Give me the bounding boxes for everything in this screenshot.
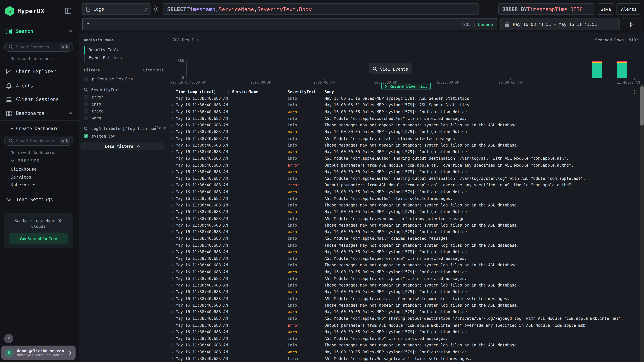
date-range-picker[interactable]: May 16 08:41:51 - May 16 11:41:51 [500,18,620,30]
get-started-button[interactable]: Get Started for Free [9,233,68,244]
filter-option-trace[interactable]: trace [84,108,104,114]
log-table-row[interactable]: ›May 16 11:38:40.683 AMwarnMay 16 00:30:… [170,289,644,296]
log-table-row[interactable]: ›May 16 11:38:40.683 AMinfoASL Module "c… [170,276,644,282]
log-table-row[interactable]: ›May 16 11:38:40.683 AMinfoMay 16 00:06:… [170,102,644,109]
log-table-row[interactable]: ›May 16 11:38:40.683 AMerrorOutput param… [170,182,644,189]
help-button[interactable]: ? [4,334,13,343]
log-table-row[interactable]: ›May 16 11:38:40.683 AMinfoASL Module "c… [170,336,644,343]
log-table-row[interactable]: ›May 16 11:38:40.683 AMwarnMay 16 00:30:… [170,249,644,256]
sql-toggle[interactable]: SQL [463,22,470,26]
column-separator[interactable] [321,90,321,95]
sidebar-item-alerts[interactable]: Alerts [0,81,79,91]
filter-option-system-log[interactable]: ✓ system.log [84,133,115,139]
log-table-row[interactable]: ›May 16 11:38:40.683 AMinfoASL Module "c… [170,136,644,142]
log-table-row[interactable]: ›May 16 11:38:40.683 AMinfoThose message… [170,302,644,309]
chevron-up-icon[interactable] [68,29,72,33]
log-table-row[interactable]: ›May 16 11:38:40.683 AMinfoASL Module "c… [170,316,644,323]
log-table-row[interactable]: ›May 16 11:38:40.683 AMinfoThose message… [170,262,644,269]
filter-option-error[interactable]: error [84,94,104,100]
log-table-row[interactable]: ›May 16 11:38:40.683 AMerrorOutput param… [170,323,644,329]
log-table-row[interactable]: ›May 16 11:38:40.683 AMinfoASL Module "c… [170,296,644,303]
less-filters-button[interactable]: Less filters [80,142,164,150]
saved-searches-input[interactable]: Saved Searches ⌘ K [4,42,73,52]
log-table-row[interactable]: ›May 16 11:38:40.683 AMerrorOutput param… [170,162,644,169]
log-table-row[interactable]: ›May 16 11:38:40.683 AMinfoThose message… [170,122,644,129]
log-table-row[interactable]: ›May 16 11:38:40.683 AMwarnMay 16 00:30:… [170,329,644,336]
sidebar-item-team-settings[interactable]: Team Settings [0,195,79,204]
log-table-row[interactable]: ›May 16 11:38:40.683 AMinfoASL Module "c… [170,236,644,242]
histogram-bar[interactable] [618,61,627,78]
filter-option-info[interactable]: info [84,101,101,107]
source-settings-gear-icon[interactable] [152,5,160,13]
log-table-row[interactable]: ›May 16 11:38:40.683 AMwarnMay 16 00:30:… [170,269,644,276]
checkbox-unchecked[interactable] [84,109,88,113]
column-header-body[interactable]: Body [324,89,334,94]
log-table-row[interactable]: ›May 16 11:38:40.683 AMinfoASL Module "c… [170,156,644,162]
preset-clickhouse[interactable]: Clickhouse [11,167,37,172]
histogram-chart[interactable]: 360 0 May 16 8:40:00 AM 9:10:00 AM 9:35:… [170,45,644,75]
log-table-row[interactable]: ›May 16 11:38:40.683 AMwarnMay 16 00:30:… [170,169,644,176]
log-table-row[interactable]: ›May 16 11:38:40.683 AMinfoASL Module "c… [170,216,644,222]
resume-live-tail-button[interactable]: Resume Live Tail [381,83,431,89]
mode-event-patterns[interactable]: Event Patterns [84,54,164,61]
lucene-toggle[interactable]: Lucene [478,22,493,26]
log-table-row[interactable]: ›May 16 11:38:40.683 AMtraceASL Module "… [170,356,644,362]
log-table-row[interactable]: ›May 16 11:38:40.683 AMinfoASL Module "c… [170,196,644,202]
chevron-up-icon[interactable] [68,111,72,115]
log-table-row[interactable]: ›May 16 11:38:40.683 AMinfoASL Module "c… [170,116,644,122]
search-query-input[interactable]: * SQL | Lucene [82,18,497,30]
log-table-row[interactable]: ›May 16 11:38:40.683 AMwarnMay 16 00:30:… [170,309,644,316]
log-table-row[interactable]: ›May 16 11:38:40.683 AMwarnMay 16 00:30:… [170,229,644,236]
sidebar-item-chart-explorer[interactable]: Chart Explorer [0,66,79,76]
presets-section-toggle[interactable]: PRESETS [11,158,40,163]
order-by-input[interactable]: ORDER BY TimestampTime DESC [498,3,594,15]
sidebar-item-client-sessions[interactable]: Client Sessions [0,94,79,104]
checkbox-unchecked[interactable] [84,76,88,81]
column-header-timestamp[interactable]: Timestamp (Local) [176,89,216,94]
mode-results-table[interactable]: Results Table [84,46,164,54]
create-dashboard-button[interactable]: + Create Dashboard [0,123,79,133]
filter-option-warn[interactable]: warn [84,115,101,121]
histogram-bar[interactable] [592,61,602,78]
vertical-scrollbar[interactable] [640,85,644,362]
log-table-row[interactable]: ›May 16 11:38:40.683 AMinfoASL Module "c… [170,176,644,182]
select-columns-input[interactable]: SELECT Timestamp, ServiceName, SeverityT… [162,3,479,15]
log-table-row[interactable]: ›May 16 11:38:40.683 AMinfoMay 16 00:21:… [170,96,644,102]
log-table-row[interactable]: ›May 16 11:38:40.683 AMwarnMay 16 00:30:… [170,349,644,356]
denoise-checkbox-row[interactable]: ◐ Denoise Results [84,76,133,82]
column-separator[interactable] [284,90,284,95]
checkbox-checked[interactable]: ✓ [84,134,88,138]
checkbox-unchecked[interactable] [84,95,88,99]
preset-kubernetes[interactable]: Kubernetes [11,182,37,187]
view-events-button[interactable]: View Events [369,63,412,74]
log-table-row[interactable]: ›May 16 11:38:40.683 AMinfoThose message… [170,202,644,209]
column-separator[interactable] [228,90,229,95]
save-button[interactable]: Save [598,3,614,15]
log-table-row[interactable]: ›May 16 11:38:40.683 AMwarnMay 16 00:30:… [170,129,644,136]
log-table-row[interactable]: ›May 16 11:38:40.683 AMinfoThose message… [170,242,644,249]
log-table-row[interactable]: ›May 16 11:38:40.683 AMwarnMay 16 00:30:… [170,209,644,216]
log-table-row[interactable]: ›May 16 11:38:40.683 AMinfoASL Module "c… [170,256,644,262]
alerts-button[interactable]: Alerts [616,3,641,15]
table-options-kebab-icon[interactable]: ⋮ [632,89,636,95]
log-table-row[interactable]: ›May 16 11:38:40.683 AMinfoThose message… [170,343,644,349]
clear-all-link[interactable]: Clear all [143,68,164,72]
sidebar-item-dashboards[interactable]: Dashboards [0,108,79,118]
log-table-row[interactable]: ›May 16 11:38:40.683 AMinfoThose message… [170,222,644,229]
user-menu[interactable]: D demos@clickhouse.com demos@clickhouse.… [1,346,76,360]
checkbox-unchecked[interactable] [84,102,88,106]
column-header-severitytext[interactable]: SeverityText [288,89,316,94]
log-table-row[interactable]: ›May 16 11:38:40.683 AMinfoThose message… [170,282,644,289]
sidebar-collapse-icon[interactable] [65,8,72,14]
source-select[interactable]: Logs [82,3,151,15]
checkbox-unchecked[interactable] [84,116,88,120]
log-table-row[interactable]: ›May 16 11:38:40.683 AMwarnMay 16 00:30:… [170,109,644,116]
scrollbar-thumb[interactable] [640,86,644,126]
column-header-servicename[interactable]: ServiceName [232,89,258,94]
run-query-button[interactable] [623,18,641,30]
sidebar-item-search[interactable]: Search [0,26,79,36]
preset-services[interactable]: Services [11,174,32,179]
saved-dashboards-input[interactable]: Saved Dashboards ⌘ K [4,136,73,146]
clear-link[interactable]: Clear [154,126,166,130]
log-table-row[interactable]: ›May 16 11:38:40.683 AMwarnMay 16 00:30:… [170,149,644,156]
